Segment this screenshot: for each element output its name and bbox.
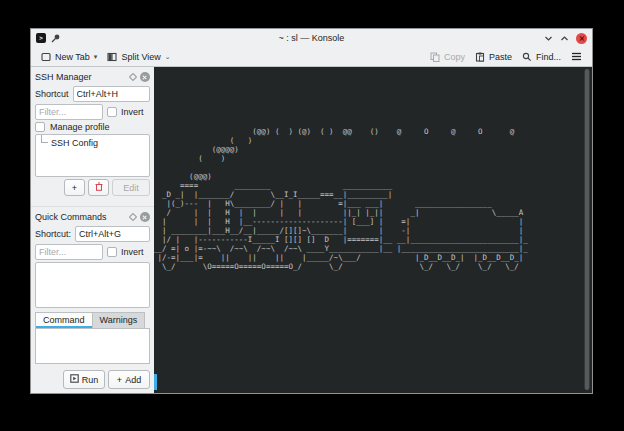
find-label: Find... [536, 52, 561, 62]
toolbar: New Tab ▾ Split View ⌄ Copy [31, 47, 592, 67]
list-item-ssh-config[interactable]: SSH Config [36, 135, 149, 148]
titlebar[interactable]: > ~ : sl — Konsole [31, 29, 592, 47]
search-icon [522, 52, 532, 62]
sl-ascii-art: (@@) ( ) (@) ( ) @@ () @ O @ O @ ( ) (@@… [154, 127, 537, 271]
qc-command-editor[interactable] [35, 328, 150, 364]
paste-label: Paste [489, 52, 512, 62]
float-panel-icon[interactable] [129, 213, 137, 221]
manage-profile-checkbox[interactable] [35, 122, 45, 132]
close-button[interactable] [576, 33, 587, 44]
new-tab-icon [41, 52, 51, 62]
split-view-button[interactable]: Split View ⌄ [104, 50, 173, 64]
new-tab-label: New Tab [55, 52, 90, 62]
float-panel-icon[interactable] [129, 73, 137, 81]
ssh-delete-button[interactable] [88, 179, 109, 196]
terminal-scrollbar-handle[interactable] [585, 69, 589, 390]
plugin-sidebar: SSH Manager Shortcut Invert [31, 67, 154, 393]
terminal-scrollbar[interactable] [584, 69, 590, 390]
ssh-shortcut-label: Shortcut [35, 89, 69, 99]
copy-label: Copy [444, 52, 465, 62]
ssh-shortcut-input[interactable] [73, 86, 150, 102]
new-tab-caret-icon: ▾ [94, 53, 98, 61]
manage-profile-label: Manage profile [50, 122, 110, 132]
ssh-add-button[interactable]: + [64, 179, 85, 196]
tree-branch-icon [41, 135, 48, 143]
ssh-edit-button[interactable]: Edit [112, 179, 150, 196]
split-view-chevron-icon: ⌄ [165, 53, 171, 61]
quick-commands-title: Quick Commands [35, 212, 107, 222]
qc-add-button[interactable]: + Add [108, 370, 150, 389]
window-title: ~ : sl — Konsole [31, 33, 592, 43]
paste-icon [475, 52, 485, 62]
plus-icon: + [117, 375, 122, 385]
qc-shortcut-label: Shortcut: [35, 229, 71, 239]
ssh-manager-title: SSH Manager [35, 72, 92, 82]
qc-invert-checkbox[interactable] [107, 247, 117, 257]
find-button[interactable]: Find... [519, 50, 564, 64]
qc-command-list[interactable] [35, 262, 150, 308]
splitter-accent-bar[interactable] [154, 374, 157, 390]
ssh-config-list[interactable]: SSH Config [35, 134, 150, 177]
tab-warnings[interactable]: Warnings [93, 312, 146, 328]
qc-shortcut-input[interactable] [75, 226, 150, 242]
minimize-button[interactable] [544, 34, 553, 43]
ssh-invert-checkbox[interactable] [107, 107, 117, 117]
terminal-view[interactable]: (@@) ( ) (@) ( ) @@ () @ O @ O @ ( ) (@@… [154, 67, 592, 393]
run-icon [70, 374, 79, 385]
paste-button[interactable]: Paste [472, 50, 515, 64]
hamburger-menu-button[interactable] [568, 50, 585, 63]
qc-invert-label: Invert [121, 247, 144, 257]
ssh-invert-label: Invert [121, 107, 144, 117]
qc-run-button[interactable]: Run [63, 370, 105, 389]
ssh-filter-input[interactable] [35, 104, 103, 120]
screenshot-background: > ~ : sl — Konsole [0, 0, 624, 431]
maximize-button[interactable] [560, 34, 569, 43]
copy-icon [430, 52, 440, 62]
copy-button[interactable]: Copy [427, 50, 468, 64]
ssh-manager-panel: SSH Manager Shortcut Invert [31, 67, 154, 206]
quick-commands-panel: Quick Commands Shortcut: Invert [31, 206, 154, 393]
split-view-label: Split View [121, 52, 160, 62]
tab-command[interactable]: Command [35, 312, 93, 328]
hamburger-icon [571, 52, 582, 61]
new-tab-button[interactable]: New Tab ▾ [38, 50, 100, 64]
trash-icon [95, 182, 103, 193]
close-panel-icon[interactable] [140, 212, 150, 222]
split-view-icon [107, 52, 117, 62]
qc-filter-input[interactable] [35, 244, 103, 260]
konsole-window: > ~ : sl — Konsole [30, 28, 593, 394]
close-panel-icon[interactable] [140, 72, 150, 82]
